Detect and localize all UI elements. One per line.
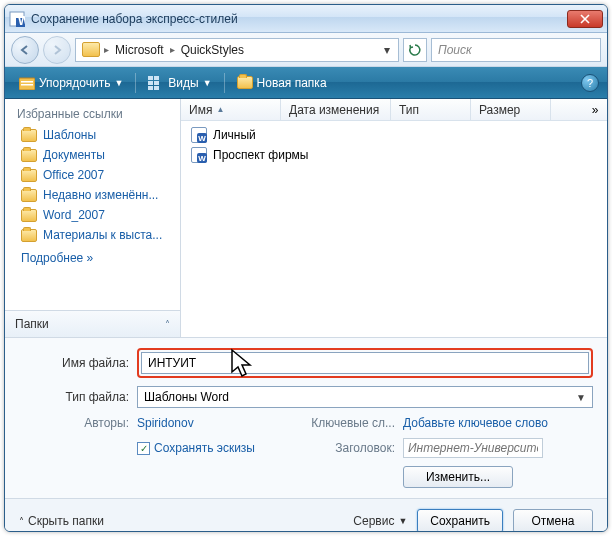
- filename-input[interactable]: [141, 352, 589, 374]
- folder-icon: [237, 76, 253, 89]
- organize-button[interactable]: Упорядочить ▼: [13, 73, 129, 93]
- sidebar-item-recent[interactable]: Недавно изменённ...: [5, 185, 180, 205]
- breadcrumb-dropdown[interactable]: ▾: [378, 43, 396, 57]
- folder-icon: [21, 229, 37, 242]
- column-overflow[interactable]: »: [583, 99, 607, 120]
- save-dialog-window: W Сохранение набора экспресс-стилей ▸ Mi…: [4, 4, 608, 532]
- separator: [224, 73, 225, 93]
- tools-menu[interactable]: Сервис ▼: [353, 514, 407, 528]
- crumb-microsoft[interactable]: Microsoft: [109, 43, 170, 57]
- authors-value[interactable]: Spiridonov: [137, 416, 277, 430]
- filename-highlight: [137, 348, 593, 378]
- body: Избранные ссылки Шаблоны Документы Offic…: [5, 99, 607, 337]
- search-placeholder: Поиск: [438, 43, 472, 57]
- views-button[interactable]: Виды ▼: [142, 73, 217, 93]
- app-icon: W: [9, 11, 25, 27]
- crumb-quickstyles[interactable]: QuickStyles: [175, 43, 250, 57]
- svg-rect-10: [148, 86, 153, 90]
- sidebar-header: Избранные ссылки: [5, 99, 180, 125]
- sort-asc-icon: ▲: [216, 105, 224, 114]
- close-button[interactable]: [567, 10, 603, 28]
- folder-icon: [21, 189, 37, 202]
- nav-bar: ▸ Microsoft ▸ QuickStyles ▾ Поиск: [5, 33, 607, 67]
- folder-icon: [21, 149, 37, 162]
- svg-rect-11: [154, 86, 159, 90]
- keywords-label: Ключевые сл...: [285, 416, 395, 430]
- organize-icon: [19, 76, 35, 90]
- column-headers: Имя▲ Дата изменения Тип Размер »: [181, 99, 607, 121]
- svg-rect-5: [21, 84, 33, 86]
- folder-icon: [82, 42, 100, 57]
- back-button[interactable]: [11, 36, 39, 64]
- folder-icon: [21, 209, 37, 222]
- metadata-grid: Авторы: Spiridonov Ключевые сл... Добавь…: [19, 416, 593, 488]
- forward-button[interactable]: [43, 36, 71, 64]
- filetype-select[interactable]: Шаблоны Word ▼: [137, 386, 593, 408]
- chevron-down-icon: ▼: [576, 392, 586, 403]
- sidebar-more[interactable]: Подробнее »: [5, 245, 180, 271]
- chevron-up-icon: ˄: [19, 516, 24, 527]
- title-input[interactable]: [403, 438, 543, 458]
- title-label: Заголовок:: [285, 441, 395, 455]
- bottom-panel: Имя файла: Тип файла: Шаблоны Word ▼ Авт…: [5, 337, 607, 498]
- refresh-button[interactable]: [403, 38, 427, 62]
- checkbox-checked-icon: ✓: [137, 442, 150, 455]
- svg-rect-7: [154, 76, 159, 80]
- column-name[interactable]: Имя▲: [181, 99, 281, 120]
- word-doc-icon: [191, 147, 207, 163]
- file-view: Имя▲ Дата изменения Тип Размер » Личный …: [181, 99, 607, 337]
- footer: ˄ Скрыть папки Сервис ▼ Сохранить Отмена: [5, 498, 607, 532]
- titlebar: W Сохранение набора экспресс-стилей: [5, 5, 607, 33]
- column-date[interactable]: Дата изменения: [281, 99, 391, 120]
- filename-label: Имя файла:: [19, 356, 129, 370]
- chevron-up-icon: ˄: [165, 319, 170, 330]
- sidebar-item-word2007[interactable]: Word_2007: [5, 205, 180, 225]
- save-thumbnail-checkbox[interactable]: ✓ Сохранять эскизы: [137, 441, 277, 455]
- file-item[interactable]: Проспект фирмы: [187, 145, 601, 165]
- toolbar: Упорядочить ▼ Виды ▼ Новая папка ?: [5, 67, 607, 99]
- save-button[interactable]: Сохранить: [417, 509, 503, 532]
- column-size[interactable]: Размер: [471, 99, 551, 120]
- file-list: Личный Проспект фирмы: [181, 121, 607, 337]
- file-item[interactable]: Личный: [187, 125, 601, 145]
- keywords-value[interactable]: Добавьте ключевое слово: [403, 416, 593, 430]
- column-type[interactable]: Тип: [391, 99, 471, 120]
- svg-text:W: W: [18, 14, 25, 27]
- filetype-label: Тип файла:: [19, 390, 129, 404]
- filetype-row: Тип файла: Шаблоны Word ▼: [19, 386, 593, 408]
- cancel-button[interactable]: Отмена: [513, 509, 593, 532]
- sidebar-item-materials[interactable]: Материалы к выста...: [5, 225, 180, 245]
- change-button[interactable]: Изменить...: [403, 466, 513, 488]
- folders-toggle[interactable]: Папки ˄: [5, 310, 180, 337]
- chevron-down-icon: ▼: [114, 78, 123, 88]
- svg-rect-9: [154, 81, 159, 85]
- sidebar-item-office2007[interactable]: Office 2007: [5, 165, 180, 185]
- folder-icon: [21, 169, 37, 182]
- svg-rect-8: [148, 81, 153, 85]
- hide-folders-toggle[interactable]: ˄ Скрыть папки: [19, 514, 104, 528]
- search-input[interactable]: Поиск: [431, 38, 601, 62]
- window-title: Сохранение набора экспресс-стилей: [31, 12, 567, 26]
- sidebar-item-documents[interactable]: Документы: [5, 145, 180, 165]
- sidebar-item-templates[interactable]: Шаблоны: [5, 125, 180, 145]
- word-doc-icon: [191, 127, 207, 143]
- folder-icon: [21, 129, 37, 142]
- sidebar: Избранные ссылки Шаблоны Документы Offic…: [5, 99, 181, 337]
- svg-rect-6: [148, 76, 153, 80]
- chevron-down-icon: ▼: [203, 78, 212, 88]
- filename-row: Имя файла:: [19, 348, 593, 378]
- help-button[interactable]: ?: [581, 74, 599, 92]
- separator: [135, 73, 136, 93]
- breadcrumb[interactable]: ▸ Microsoft ▸ QuickStyles ▾: [75, 38, 399, 62]
- authors-label: Авторы:: [19, 416, 129, 430]
- svg-rect-4: [21, 81, 33, 83]
- chevron-down-icon: ▼: [398, 516, 407, 526]
- new-folder-button[interactable]: Новая папка: [231, 73, 333, 93]
- views-icon: [148, 76, 164, 90]
